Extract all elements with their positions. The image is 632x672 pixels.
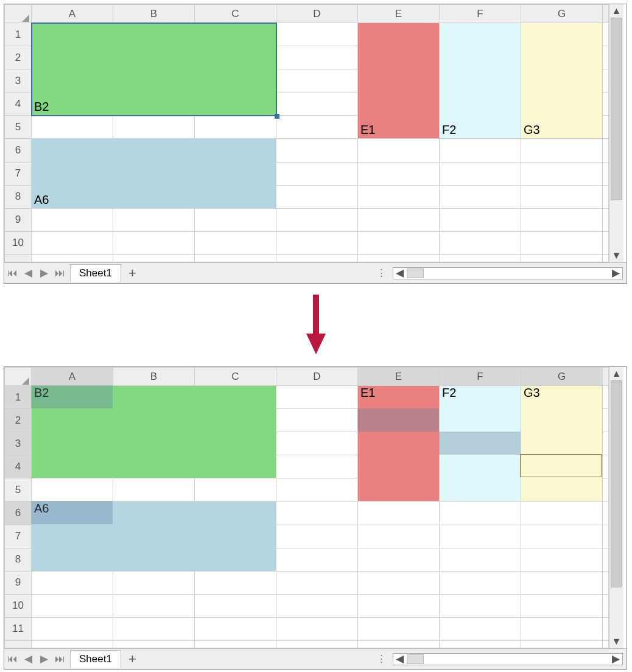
row-header-1[interactable]: 1: [5, 386, 32, 409]
column-header-D[interactable]: D: [276, 5, 358, 23]
cell-G6[interactable]: [521, 502, 603, 525]
cell-A6[interactable]: A6: [32, 502, 276, 571]
cell-A1[interactable]: B2: [32, 386, 276, 478]
hscroll-right-icon[interactable]: ▶: [609, 267, 622, 279]
row-header-9[interactable]: 9: [5, 571, 32, 594]
cell-A5[interactable]: [32, 478, 113, 502]
cell-E9[interactable]: [358, 571, 440, 594]
row-header-7[interactable]: 7: [5, 525, 32, 548]
cell-D9[interactable]: [276, 571, 358, 594]
cell-D3[interactable]: [276, 432, 358, 455]
column-header-C[interactable]: C: [195, 368, 276, 386]
column-header-C[interactable]: C: [195, 5, 276, 23]
nav-next-icon[interactable]: ▶: [36, 263, 52, 283]
cell-D8[interactable]: [276, 185, 358, 208]
cell-B11[interactable]: [113, 617, 195, 640]
cell-F9[interactable]: [440, 208, 521, 231]
cell-E8[interactable]: [358, 185, 440, 208]
cell-E1[interactable]: E1: [358, 386, 440, 502]
row-header-3[interactable]: 3: [5, 69, 32, 93]
cell-B9[interactable]: [113, 208, 195, 231]
row-header-10[interactable]: 10: [5, 594, 32, 617]
cell-G1[interactable]: G3: [521, 386, 603, 502]
row-header-5[interactable]: 5: [5, 478, 32, 502]
cell-F11[interactable]: [440, 617, 521, 640]
column-header-A[interactable]: A: [32, 368, 113, 386]
cell-F8[interactable]: [440, 185, 521, 208]
select-all-corner[interactable]: [5, 5, 32, 23]
row-header-8[interactable]: 8: [5, 548, 32, 571]
cell-F8[interactable]: [440, 548, 521, 571]
split-handle-icon[interactable]: ⋮: [373, 653, 389, 665]
column-header-G[interactable]: G: [521, 368, 603, 386]
nav-last-icon[interactable]: ⏭: [52, 263, 68, 283]
select-all-corner[interactable]: [5, 368, 32, 386]
cell-D9[interactable]: [276, 208, 358, 231]
cell-E6[interactable]: [358, 139, 440, 162]
cell-E11[interactable]: [358, 617, 440, 640]
row-header-3[interactable]: 3: [5, 432, 32, 455]
row-header-4[interactable]: 4: [5, 93, 32, 116]
cell-B5[interactable]: [113, 478, 195, 502]
cell-F6[interactable]: [440, 502, 521, 525]
vscroll-thumb[interactable]: [611, 18, 622, 200]
cell-C5[interactable]: [195, 116, 276, 139]
cell-D2[interactable]: [276, 46, 358, 69]
row-header-9[interactable]: 9: [5, 208, 32, 231]
cell-A9[interactable]: [32, 571, 113, 594]
horizontal-scrollbar[interactable]: ◀ ▶: [393, 653, 623, 665]
cell-E10[interactable]: [358, 231, 440, 254]
cell-D2[interactable]: [276, 409, 358, 432]
add-sheet-button[interactable]: +: [121, 651, 144, 667]
cell-F6[interactable]: [440, 139, 521, 162]
cell-E8[interactable]: [358, 548, 440, 571]
cell-E7[interactable]: [358, 525, 440, 548]
cell-A11[interactable]: [32, 617, 113, 640]
cell-G1[interactable]: G3: [521, 23, 603, 139]
nav-first-icon[interactable]: ⏮: [4, 649, 20, 669]
nav-next-icon[interactable]: ▶: [36, 649, 52, 669]
column-header-E[interactable]: E: [358, 368, 440, 386]
vertical-scrollbar[interactable]: ▲ ▼: [609, 367, 623, 648]
cell-G11[interactable]: [521, 617, 603, 640]
cell-G9[interactable]: [521, 571, 603, 594]
cell-F10[interactable]: [440, 594, 521, 617]
row-header-6[interactable]: 6: [5, 502, 32, 525]
column-header-F[interactable]: F: [440, 5, 521, 23]
column-header-E[interactable]: E: [358, 5, 440, 23]
cell-E6[interactable]: [358, 502, 440, 525]
cell-B5[interactable]: [113, 116, 195, 139]
cell-grid[interactable]: ABCDEFG1B2E1F2G323456A678910: [4, 4, 609, 262]
cell-D3[interactable]: [276, 69, 358, 93]
cell-C9[interactable]: [195, 571, 276, 594]
vertical-scrollbar[interactable]: ▲ ▼: [609, 4, 623, 262]
row-header-10[interactable]: 10: [5, 231, 32, 254]
scroll-down-icon[interactable]: ▼: [609, 249, 623, 262]
cell-G8[interactable]: [521, 548, 603, 571]
cell-A10[interactable]: [32, 231, 113, 254]
cell-E10[interactable]: [358, 594, 440, 617]
cell-D10[interactable]: [276, 231, 358, 254]
cell-E9[interactable]: [358, 208, 440, 231]
column-header-A[interactable]: A: [32, 5, 113, 23]
cell-A1[interactable]: B2: [32, 23, 276, 116]
cell-A6[interactable]: A6: [32, 139, 276, 208]
cell-D4[interactable]: [276, 93, 358, 116]
cell-F7[interactable]: [440, 525, 521, 548]
row-header-8[interactable]: 8: [5, 185, 32, 208]
row-header-2[interactable]: 2: [5, 409, 32, 432]
scroll-up-icon[interactable]: ▲: [609, 4, 623, 18]
cell-B10[interactable]: [113, 231, 195, 254]
cell-D7[interactable]: [276, 525, 358, 548]
cell-C11[interactable]: [195, 617, 276, 640]
hscroll-right-icon[interactable]: ▶: [609, 653, 622, 665]
split-handle-icon[interactable]: ⋮: [373, 267, 389, 279]
cell-A10[interactable]: [32, 594, 113, 617]
sheet-tab[interactable]: Sheet1: [70, 264, 121, 282]
selection-handle[interactable]: [275, 114, 279, 119]
row-header-6[interactable]: 6: [5, 139, 32, 162]
cell-D8[interactable]: [276, 548, 358, 571]
cell-C5[interactable]: [195, 478, 276, 502]
row-header-11[interactable]: 11: [5, 617, 32, 640]
cell-D11[interactable]: [276, 617, 358, 640]
